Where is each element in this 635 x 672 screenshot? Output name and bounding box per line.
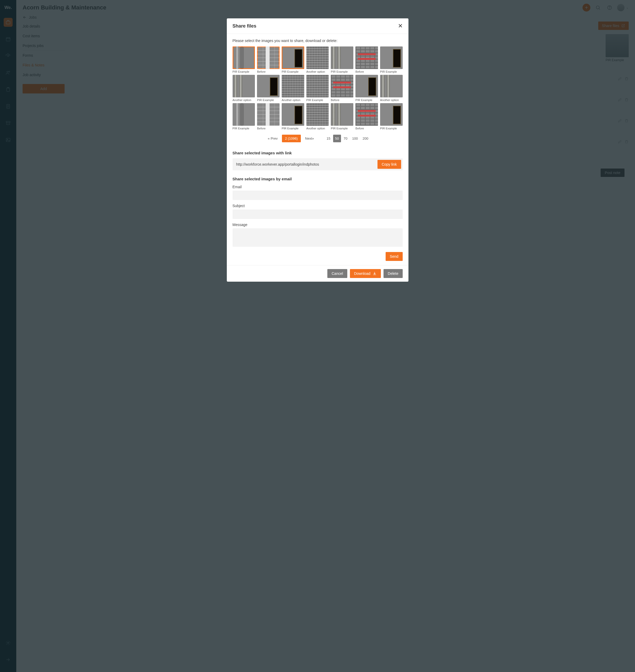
thumbnail-caption: PIR Example — [380, 126, 403, 130]
thumbnail-caption: Before — [257, 126, 280, 130]
page-size-selector: 155070100200 — [325, 135, 370, 142]
copy-link-button[interactable]: Copy link — [377, 160, 401, 169]
thumbnail-caption: PIR Example — [282, 69, 304, 73]
thumbnail-caption: Before — [331, 97, 353, 102]
image-thumbnail[interactable]: PIR Example — [282, 46, 304, 73]
modal-instruction: Please select the images you want to sha… — [233, 39, 403, 43]
email-input[interactable] — [233, 191, 403, 200]
thumbnail-caption: PIR Example — [331, 126, 353, 130]
modal-title: Share files — [233, 23, 257, 29]
image-thumbnail[interactable]: Another option — [233, 75, 255, 102]
pager-next[interactable]: Next» — [302, 135, 317, 142]
thumbnail-caption: Another option — [306, 126, 329, 130]
close-icon[interactable]: ✕ — [398, 23, 403, 29]
image-thumbnail[interactable]: Before — [355, 46, 378, 73]
share-url: http://workforce.workever.app/portallogi… — [236, 162, 377, 167]
pagination: « Prev 2 (1096) Next» 155070100200 — [233, 130, 403, 144]
thumbnail-caption: Before — [355, 69, 378, 73]
thumbnail-caption: Another option — [233, 97, 255, 102]
thumbnail-caption: PIR Example — [233, 126, 255, 130]
image-thumbnail[interactable]: PIR Example — [331, 103, 353, 130]
delete-button[interactable]: Delete — [384, 269, 402, 278]
subject-input[interactable] — [233, 210, 403, 219]
image-thumbnail[interactable]: PIR Example — [331, 46, 353, 73]
image-thumbnail[interactable]: PIR Example — [233, 46, 255, 73]
thumbnail-caption: Another option — [380, 97, 403, 102]
page-size-option[interactable]: 200 — [360, 135, 370, 142]
page-size-option[interactable]: 50 — [333, 135, 341, 142]
image-thumbnail[interactable]: Before — [355, 103, 378, 130]
share-link-heading: Share selected images with link — [233, 151, 403, 155]
download-icon — [372, 272, 377, 276]
share-link-box: http://workforce.workever.app/portallogi… — [233, 158, 403, 170]
image-thumbnail[interactable]: PIR Example — [282, 103, 304, 130]
thumbnail-caption: PIR Example — [331, 69, 353, 73]
share-email-heading: Share selected images by email — [233, 177, 403, 181]
pager-current[interactable]: 2 (1096) — [282, 135, 301, 142]
share-files-modal: Share files ✕ Please select the images y… — [227, 18, 409, 282]
message-label: Message — [233, 223, 403, 227]
image-thumbnail[interactable]: PIR Example — [380, 46, 403, 73]
image-thumbnail[interactable]: Another option — [380, 75, 403, 102]
thumbnail-caption: PIR Example — [282, 126, 304, 130]
send-button[interactable]: Send — [386, 252, 403, 261]
download-button[interactable]: Download — [350, 269, 381, 278]
page-size-option[interactable]: 15 — [325, 135, 332, 142]
image-thumbnail[interactable]: Another option — [282, 75, 304, 102]
image-thumbnail[interactable]: PIR Example — [233, 103, 255, 130]
page-size-option[interactable]: 100 — [350, 135, 360, 142]
thumbnail-caption: PIR Example — [306, 97, 329, 102]
thumbnail-caption: Before — [355, 126, 378, 130]
image-thumbnail[interactable]: PIR Example — [355, 75, 378, 102]
image-thumbnail[interactable]: Another option — [306, 103, 329, 130]
image-grid: PIR ExampleBeforePIR ExampleAnother opti… — [233, 46, 403, 130]
image-thumbnail[interactable]: PIR Example — [257, 75, 280, 102]
thumbnail-caption: PIR Example — [257, 97, 280, 102]
thumbnail-caption: Another option — [282, 97, 304, 102]
image-thumbnail[interactable]: Another option — [306, 46, 329, 73]
thumbnail-caption: Before — [257, 69, 280, 73]
thumbnail-caption: PIR Example — [380, 69, 403, 73]
thumbnail-caption: PIR Example — [355, 97, 378, 102]
cancel-button[interactable]: Cancel — [327, 269, 347, 278]
image-thumbnail[interactable]: PIR Example — [306, 75, 329, 102]
image-thumbnail[interactable]: PIR Example — [380, 103, 403, 130]
subject-label: Subject — [233, 204, 403, 208]
email-label: Email — [233, 185, 403, 189]
image-thumbnail[interactable]: Before — [257, 103, 280, 130]
page-size-option[interactable]: 70 — [342, 135, 349, 142]
pager-prev[interactable]: « Prev — [265, 135, 281, 142]
image-thumbnail[interactable]: Before — [257, 46, 280, 73]
thumbnail-caption: Another option — [306, 69, 329, 73]
thumbnail-caption: PIR Example — [233, 69, 255, 73]
message-input[interactable] — [233, 229, 403, 247]
modal-overlay: Share files ✕ Please select the images y… — [0, 0, 635, 672]
image-thumbnail[interactable]: Before — [331, 75, 353, 102]
